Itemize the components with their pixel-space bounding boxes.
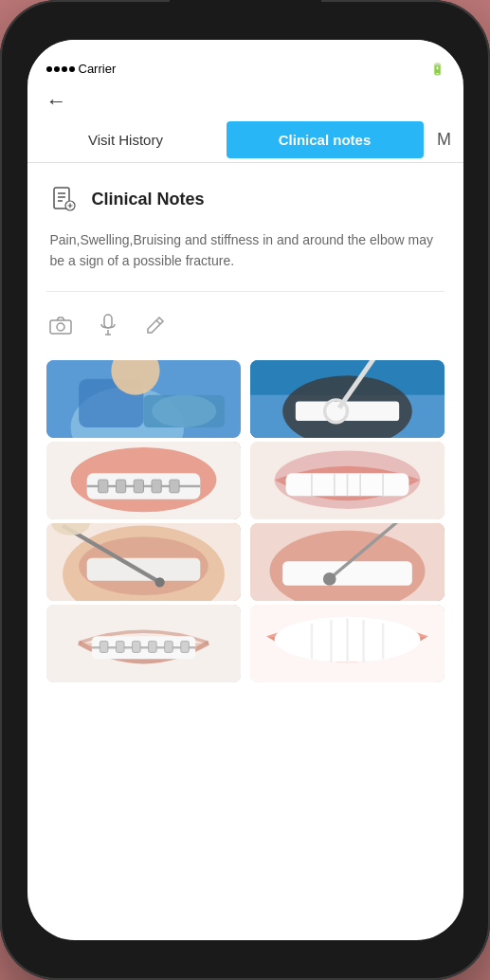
- svg-rect-27: [169, 480, 178, 493]
- svg-rect-40: [132, 641, 140, 652]
- svg-line-12: [156, 320, 160, 324]
- action-icons-row: [46, 307, 445, 343]
- dental-image-3[interactable]: [46, 523, 241, 601]
- phone-notch: [170, 0, 321, 27]
- dental-image-5[interactable]: [250, 360, 445, 438]
- svg-point-33: [154, 577, 164, 587]
- status-bar: Carrier 🔋: [27, 40, 463, 82]
- tab-clinical-notes[interactable]: Clinical notes: [227, 121, 424, 158]
- phone-screen: Carrier 🔋 ← Visit History Clinical notes…: [27, 40, 463, 940]
- status-right: 🔋: [430, 63, 445, 76]
- image-grid: [46, 360, 445, 682]
- svg-rect-43: [180, 641, 189, 652]
- signal-dot: [62, 66, 67, 72]
- tab-more[interactable]: M: [426, 118, 463, 162]
- nav-bar: ←: [27, 82, 463, 118]
- clinical-note-text: Pain,Swelling,Bruising and stiffness in …: [46, 229, 445, 272]
- phone-frame: Carrier 🔋 ← Visit History Clinical notes…: [0, 0, 490, 980]
- dental-image-6[interactable]: [250, 442, 445, 519]
- tab-bar: Visit History Clinical notes M: [27, 118, 463, 163]
- image-group-right: [250, 360, 445, 682]
- signal-dot: [69, 66, 75, 72]
- svg-point-18: [152, 395, 216, 427]
- microphone-button[interactable]: [94, 311, 122, 339]
- tab-visit-history[interactable]: Visit History: [27, 118, 225, 162]
- dental-image-8[interactable]: [250, 605, 445, 682]
- signal-dot: [54, 66, 60, 72]
- svg-rect-25: [134, 480, 143, 493]
- content-area: Clinical Notes Pain,Swelling,Bruising an…: [27, 163, 463, 938]
- dental-image-7[interactable]: [250, 523, 445, 601]
- carrier-label: Carrier: [79, 62, 117, 76]
- svg-rect-42: [164, 641, 172, 652]
- dental-image-1[interactable]: [46, 360, 241, 438]
- back-button[interactable]: ←: [46, 89, 67, 114]
- signal-dots: [46, 66, 75, 72]
- svg-rect-26: [152, 480, 161, 493]
- svg-rect-7: [50, 320, 71, 334]
- divider: [46, 291, 445, 292]
- svg-rect-38: [100, 641, 108, 652]
- svg-point-8: [57, 323, 64, 331]
- svg-rect-23: [98, 480, 107, 493]
- dental-image-4[interactable]: [46, 605, 241, 682]
- battery-icon: 🔋: [430, 63, 445, 76]
- signal-dot: [46, 66, 52, 72]
- clinical-notes-icon: [46, 182, 81, 216]
- section-header: Clinical Notes: [46, 182, 445, 216]
- section-title: Clinical Notes: [92, 190, 205, 209]
- dental-image-2[interactable]: [46, 442, 241, 519]
- svg-point-63: [322, 572, 336, 586]
- svg-rect-31: [86, 558, 200, 581]
- image-group-left: [46, 360, 241, 682]
- svg-rect-9: [104, 315, 112, 328]
- carrier-info: Carrier: [46, 62, 117, 76]
- pencil-button[interactable]: [141, 311, 170, 339]
- svg-rect-41: [148, 641, 156, 652]
- svg-rect-39: [116, 641, 124, 652]
- svg-rect-24: [116, 480, 125, 493]
- camera-button[interactable]: [46, 311, 75, 339]
